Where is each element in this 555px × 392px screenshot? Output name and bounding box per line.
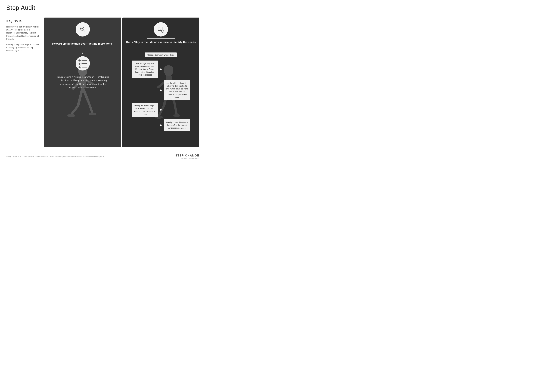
flow-left-3: Identify the Smart Stops - where the tot…	[126, 103, 160, 117]
right-arrow-1: ↓	[160, 47, 162, 51]
flow-right-2: Use the table to determine what the flow…	[162, 80, 196, 100]
page-title: Stop Audit	[6, 4, 199, 11]
flow-right-4: Gamify - reward the team that can find t…	[162, 119, 196, 131]
flow-dot-3	[160, 109, 162, 111]
footer-brand: STEP CHANGE strategy. meet creativity	[175, 154, 199, 159]
svg-line-37	[164, 32, 164, 33]
svg-marker-15	[78, 63, 81, 65]
panels-container: Reward simplification over "getting more…	[44, 18, 199, 147]
right-panel-top: 15 Run a 'Day in the Life of' exercise t…	[126, 22, 196, 51]
simplification-icon-circle	[76, 22, 90, 36]
right-panel-content: 15 Run a 'Day in the Life of' exercise t…	[122, 18, 199, 147]
svg-marker-14	[78, 59, 81, 62]
main-layout: Key Issue No doubt your staff are alread…	[0, 14, 206, 150]
footer-copyright: © Step Change 2016. Do not reproduce wit…	[6, 156, 104, 157]
star-search-icon	[79, 25, 87, 33]
calendar-search-icon-circle: 15	[154, 22, 168, 36]
flow-dot-4	[160, 124, 162, 126]
svg-text:15: 15	[160, 29, 161, 30]
arrow-down-1: ↓	[82, 50, 84, 55]
scoreboard-icon-circle	[76, 56, 90, 71]
brand-name: STEP CHANGE	[175, 154, 199, 157]
footer: © Step Change 2016. Do not reproduce wit…	[0, 152, 206, 161]
flow-dot-2	[160, 89, 162, 91]
left-panel: Reward simplification over "getting more…	[44, 18, 121, 147]
left-panel-content: Reward simplification over "getting more…	[44, 18, 121, 147]
right-panel-top-text: Run a 'Day in the Life of' exercise to i…	[126, 40, 196, 44]
right-panel: 15 Run a 'Day in the Life of' exercise t…	[122, 18, 199, 147]
page-header: Stop Audit	[0, 0, 206, 13]
flow-left-1: Run through a typical week of activities…	[126, 61, 160, 78]
flow-box-4: Gamify - reward the team that can find t…	[164, 119, 190, 131]
svg-line-12	[83, 30, 85, 32]
flow-box-2: Use the table to determine what the flow…	[164, 80, 190, 100]
sidebar-para1: No doubt your staff are already working …	[6, 25, 40, 41]
brand-tagline: strategy. meet creativity	[175, 157, 199, 159]
flow-dot-1	[160, 68, 162, 70]
flow-row-1: Run through a typical week of activities…	[126, 61, 196, 78]
flow-box-3: Identify the Smart Stops - where the tot…	[132, 103, 158, 117]
calendar-search-icon: 15	[157, 25, 165, 33]
flow-box-1: Run through a typical week of activities…	[132, 61, 158, 78]
flow-row-2: Use the table to determine what the flow…	[126, 80, 196, 100]
left-panel-sub-text: Consider using a "Simple Scoreboard" — c…	[56, 75, 110, 89]
flow-row-3: Identify the Smart Stops - where the tot…	[126, 103, 196, 117]
flow-grid: Run through a typical week of activities…	[126, 57, 196, 136]
left-panel-main-text: Reward simplification over "getting more…	[52, 42, 113, 46]
svg-marker-16	[78, 66, 81, 69]
sidebar: Key Issue No doubt your staff are alread…	[6, 18, 40, 147]
scoreboard-icon	[76, 56, 90, 71]
teams-box: Get into teams of two or three	[145, 52, 177, 57]
panel-left-divider	[68, 39, 97, 39]
flow-row-4: Gamify - reward the team that can find t…	[126, 119, 196, 131]
svg-marker-13	[81, 28, 83, 29]
sidebar-para2: Running a Stop Audit helps to deal with …	[6, 43, 40, 52]
sidebar-heading: Key Issue	[6, 19, 40, 23]
right-panel-divider	[147, 38, 175, 39]
